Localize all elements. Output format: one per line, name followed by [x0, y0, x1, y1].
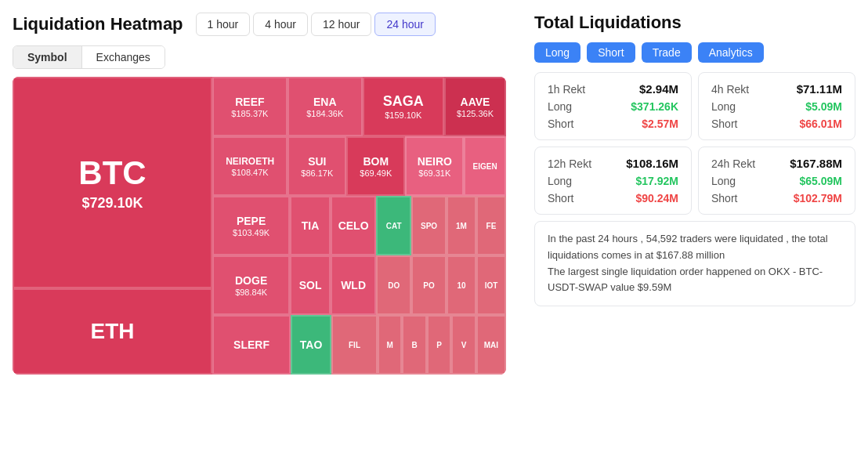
stats-24h-short-value: $102.79M: [794, 192, 842, 204]
stats-1h-long-row: Long $371.26K: [548, 100, 678, 113]
hm-po: PO: [411, 255, 447, 315]
stats-24h-long-label: Long: [711, 175, 736, 187]
stats-4h-short-row: Short $66.01M: [711, 118, 842, 130]
hm-tao: TAO: [291, 315, 331, 375]
hm-m: M: [378, 315, 402, 375]
time-btn-12h[interactable]: 12 hour: [311, 13, 371, 36]
symbol-exchanges-tabs: Symbol Exchanges: [13, 45, 165, 69]
stats-12h-short-value: $90.24M: [636, 192, 678, 204]
stats-4h-card: 4h Rekt $71.11M Long $5.09M Short $66.01…: [698, 72, 855, 140]
hm-ena: ENA $184.36K: [288, 77, 363, 136]
stats-12h-short-label: Short: [548, 192, 573, 204]
hm-neiro: NEIRO $69.31K: [405, 136, 464, 196]
stats-4h-short-label: Short: [711, 118, 737, 130]
hm-do: DO: [376, 255, 411, 315]
btc-value: $729.10K: [81, 195, 143, 212]
hm-iot: IOT: [476, 255, 506, 315]
left-panel: Liquidation Heatmap 1 hour 4 hour 12 hou…: [13, 13, 522, 443]
stats-4h-long-row: Long $5.09M: [711, 100, 842, 113]
stats-1h-label: 1h Rekt: [548, 83, 585, 96]
stats-4h-label: 4h Rekt: [711, 83, 749, 96]
stats-4h-rekt-row: 4h Rekt $71.11M: [711, 82, 842, 96]
stats-1h-long-value: $371.26K: [631, 100, 678, 113]
stats-1h-short-row: Short $2.57M: [548, 118, 678, 130]
hm-btc-cell: BTC $729.10K: [13, 77, 212, 288]
stats-12h-value: $108.16M: [626, 157, 678, 170]
hm-aave: AAVE $125.36K: [444, 77, 506, 136]
stats-1h-long-label: Long: [548, 100, 572, 113]
stats-1h-value: $2.94M: [639, 82, 678, 96]
hm-mai: MAI: [476, 315, 506, 375]
hm-b: B: [402, 315, 426, 375]
exchanges-tab[interactable]: Exchanges: [82, 46, 165, 68]
info-text: In the past 24 hours , 54,592 traders we…: [548, 233, 828, 293]
hm-row-5: SLERF TAO FIL M B P: [212, 315, 506, 375]
hm-neiroeth: NEIROETH $108.47K: [212, 136, 288, 196]
stats-grid: 1h Rekt $2.94M Long $371.26K Short $2.57…: [534, 72, 855, 215]
hm-row-2: NEIROETH $108.47K SUI $86.17K BOM $69.49…: [212, 136, 506, 196]
stats-1h-short-label: Short: [548, 118, 573, 130]
time-btn-4h[interactable]: 4 hour: [253, 13, 308, 36]
tab-analytics[interactable]: Analytics: [698, 42, 764, 63]
stats-12h-rekt-row: 12h Rekt $108.16M: [548, 157, 678, 170]
hm-sui: SUI $86.17K: [288, 136, 346, 196]
header: Liquidation Heatmap 1 hour 4 hour 12 hou…: [13, 13, 522, 36]
stats-12h-label: 12h Rekt: [548, 157, 591, 170]
stats-1h-card: 1h Rekt $2.94M Long $371.26K Short $2.57…: [534, 72, 692, 140]
stats-12h-short-row: Short $90.24M: [548, 192, 678, 204]
stats-4h-long-value: $5.09M: [805, 100, 842, 113]
hm-eigen: EIGEN: [464, 136, 506, 196]
tab-short[interactable]: Short: [587, 42, 635, 63]
eth-symbol: ETH: [91, 319, 135, 344]
stats-24h-card: 24h Rekt $167.88M Long $65.09M Short $10…: [698, 147, 855, 215]
stats-24h-long-row: Long $65.09M: [711, 175, 842, 187]
tabs-row: Long Short Trade Analytics: [534, 42, 855, 63]
hm-row-1: REEF $185.37K ENA $184.36K SAGA $159.10K…: [212, 77, 506, 136]
stats-12h-card: 12h Rekt $108.16M Long $17.92M Short $90…: [534, 147, 692, 215]
tab-trade[interactable]: Trade: [642, 42, 692, 63]
stats-12h-long-value: $17.92M: [636, 175, 678, 187]
stats-4h-long-label: Long: [711, 100, 736, 113]
symbol-tab[interactable]: Symbol: [13, 46, 82, 68]
stats-24h-long-value: $65.09M: [800, 175, 842, 187]
hm-row-3: PEPE $103.49K TIA CELO CAT SPO: [212, 196, 506, 255]
page-title: Liquidation Heatmap: [13, 14, 183, 34]
right-panel: Total Liquidations Long Short Trade Anal…: [534, 13, 855, 443]
stats-1h-rekt-row: 1h Rekt $2.94M: [548, 82, 678, 96]
tab-long[interactable]: Long: [534, 42, 580, 63]
stats-4h-short-value: $66.01M: [800, 118, 842, 130]
hm-right-col: REEF $185.37K ENA $184.36K SAGA $159.10K…: [212, 77, 506, 375]
stats-12h-long-label: Long: [548, 175, 572, 187]
stats-24h-rekt-row: 24h Rekt $167.88M: [711, 157, 842, 170]
stats-1h-short-value: $2.57M: [642, 118, 678, 130]
hm-1m: 1M: [447, 196, 476, 255]
hm-celo: CELO: [331, 196, 376, 255]
hm-bom: BOM $69.49K: [346, 136, 405, 196]
btc-symbol: BTC: [78, 154, 146, 192]
hm-left-col: BTC $729.10K ETH: [13, 77, 212, 375]
hm-v: V: [451, 315, 476, 375]
hm-sol: SOL: [290, 255, 331, 315]
hm-pepe: PEPE $103.49K: [212, 196, 290, 255]
hm-row-4: DOGE $98.84K SOL WLD DO PO: [212, 255, 506, 315]
stats-4h-value: $71.11M: [797, 82, 842, 96]
info-box: In the past 24 hours , 54,592 traders we…: [534, 221, 855, 306]
hm-wld: WLD: [331, 255, 376, 315]
hm-slerf: SLERF: [212, 315, 291, 375]
stats-24h-value: $167.88M: [790, 157, 842, 170]
stats-24h-short-row: Short $102.79M: [711, 192, 842, 204]
stats-24h-label: 24h Rekt: [711, 157, 755, 170]
time-btn-1h[interactable]: 1 hour: [196, 13, 251, 36]
heatmap: BTC $729.10K ETH REEF $185.37K ENA: [13, 77, 506, 375]
hm-doge: DOGE $98.84K: [212, 255, 290, 315]
hm-spo: SPO: [411, 196, 447, 255]
total-title: Total Liquidations: [534, 13, 855, 33]
hm-cat: CAT: [376, 196, 411, 255]
hm-fe: FE: [476, 196, 506, 255]
stats-24h-short-label: Short: [711, 192, 737, 204]
hm-p: P: [427, 315, 451, 375]
time-btn-24h[interactable]: 24 hour: [374, 13, 435, 36]
hm-saga: SAGA $159.10K: [363, 77, 444, 136]
hm-reef: REEF $185.37K: [212, 77, 288, 136]
hm-fil: FIL: [331, 315, 378, 375]
